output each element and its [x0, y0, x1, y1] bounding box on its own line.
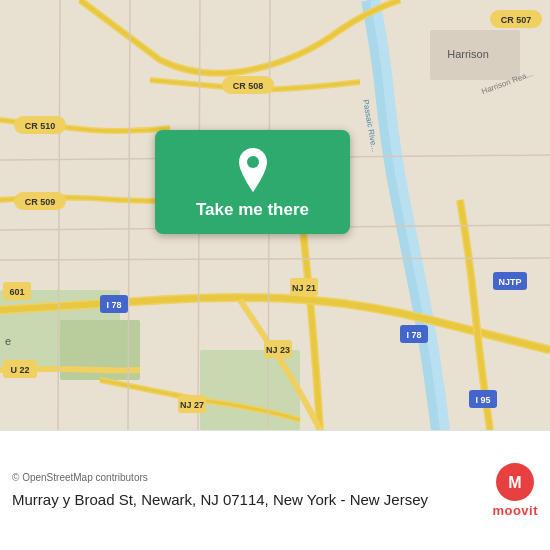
map-view: CR 507 CR 508 CR 510 CR 509 NJ 21 I 78 I… [0, 0, 550, 430]
take-me-there-button[interactable]: Take me there [155, 130, 350, 234]
svg-text:Harrison: Harrison [447, 48, 489, 60]
svg-text:CR 510: CR 510 [25, 121, 56, 131]
moovit-logo: M moovit [492, 463, 538, 518]
svg-text:NJ 27: NJ 27 [180, 400, 204, 410]
info-text: © OpenStreetMap contributors Murray y Br… [12, 472, 482, 510]
moovit-label: moovit [492, 503, 538, 518]
svg-text:NJ 23: NJ 23 [266, 345, 290, 355]
svg-text:e: e [5, 335, 11, 347]
svg-text:M: M [509, 474, 522, 491]
svg-text:CR 508: CR 508 [233, 81, 264, 91]
svg-text:CR 507: CR 507 [501, 15, 532, 25]
button-label: Take me there [196, 200, 309, 220]
svg-text:NJTP: NJTP [498, 277, 521, 287]
moovit-logo-icon: M [496, 463, 534, 501]
svg-point-42 [247, 156, 259, 168]
address-text: Murray y Broad St, Newark, NJ 07114, New… [12, 489, 482, 510]
svg-text:I 95: I 95 [475, 395, 490, 405]
svg-text:601: 601 [9, 287, 24, 297]
info-bar: © OpenStreetMap contributors Murray y Br… [0, 430, 550, 550]
svg-text:NJ 21: NJ 21 [292, 283, 316, 293]
svg-text:I 78: I 78 [106, 300, 121, 310]
svg-text:U 22: U 22 [10, 365, 29, 375]
svg-text:I 78: I 78 [406, 330, 421, 340]
copyright-text: © OpenStreetMap contributors [12, 472, 482, 483]
svg-text:CR 509: CR 509 [25, 197, 56, 207]
location-pin-icon [235, 148, 271, 192]
